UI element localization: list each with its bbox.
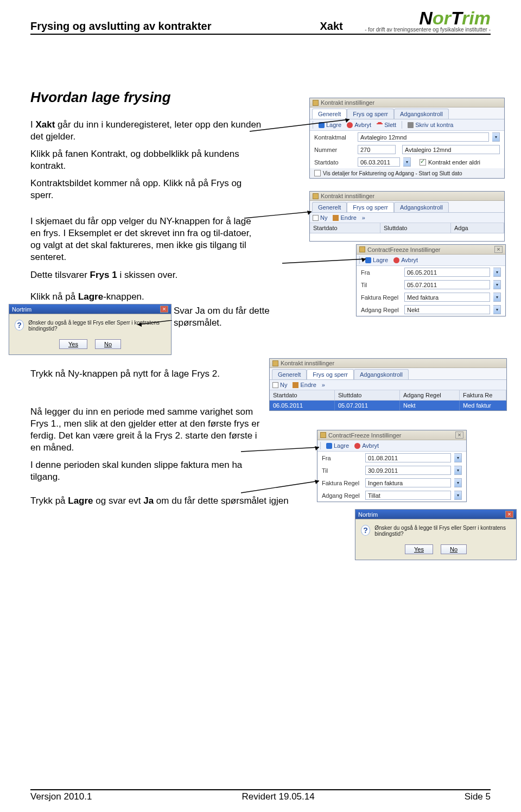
edit-icon [293,382,298,388]
dialog-message: Ønsker du også å legge til Frys eller Sp… [374,525,511,537]
window-title: ContractFreeze Innstillinger [328,432,402,439]
dropdown-icon[interactable]: ▾ [454,466,462,475]
save-button[interactable]: Lagre [326,442,349,449]
input-til[interactable]: 05.07.2011 [404,280,490,289]
cancel-button[interactable]: Avbryt [347,122,371,128]
close-button[interactable]: × [455,432,463,439]
dropdown-icon[interactable]: ▾ [492,132,500,142]
tab-frys-sperr[interactable]: Frys og sperr [307,369,354,379]
print-button[interactable]: Skriv ut kontra [408,122,453,128]
label-adgang-regel: Adgang Regel [322,492,362,499]
input-faktura-regel[interactable]: Ingen faktura [365,478,451,487]
new-icon [272,382,278,388]
save-button[interactable]: Lagre [365,257,388,263]
label-ender-aldri: Kontrakt ender aldri [428,159,480,166]
dropdown-icon[interactable]: ▾ [493,293,501,302]
col-adgang: Adga [451,223,504,233]
label-nummer: Nummer [314,147,354,153]
input-faktura-regel[interactable]: Med faktura [404,293,490,302]
label-faktura-regel: Faktura Regel [361,294,401,301]
window-title: Kontrakt innstillinger [321,193,374,199]
no-button[interactable]: No [441,544,467,554]
table-row[interactable]: 06.05.2011 05.07.2011 Nekt Med faktur [270,401,506,410]
page-footer: Versjon 2010.1 Revidert 19.05.14 Side 5 [30,789,491,802]
delete-icon [377,122,383,128]
dropdown-icon[interactable]: ▾ [493,280,501,289]
close-button[interactable]: × [505,511,513,518]
dropdown-icon[interactable]: ▾ [454,453,462,462]
window-title: ContractFreeze Innstillinger [367,246,441,253]
tab-adgangskontroll[interactable]: Adgangskontroll [394,202,449,212]
close-button[interactable]: × [160,306,168,313]
col-sluttdato: Sluttdato [380,223,451,233]
label-fra: Fra [322,455,362,461]
cancel-button[interactable]: Avbryt [393,257,418,263]
delete-button[interactable]: Slett [377,122,396,128]
header-title: Frysing og avslutting av kontrakter [30,20,211,33]
dropdown-icon[interactable]: ▾ [403,157,411,167]
tab-adgangskontroll[interactable]: Adgangskontroll [354,369,409,379]
checkbox-detaljer[interactable] [314,170,321,176]
cancel-button[interactable]: Avbryt [354,442,379,449]
input-adgang-regel[interactable]: Tillat [365,491,451,500]
new-button[interactable]: Ny [272,382,287,388]
input-til[interactable]: 30.09.2011 [365,466,451,475]
no-button[interactable]: No [95,339,121,349]
para-8b: I denne perioden skal kunden slippe fakt… [30,459,264,483]
svg-line-4 [282,259,366,263]
dialog-message: Ønsker du også å legge til Frys eller Sp… [28,320,166,332]
screenshot-frys-list: Kontrakt innstillinger Generelt Frys og … [309,191,505,242]
question-icon: ? [15,320,24,331]
dropdown-icon[interactable]: ▾ [493,305,501,314]
input-fra[interactable]: 01.08.2011 [365,453,451,462]
para-5: Dette tilsvarer Frys 1 i skissen over. [30,269,264,281]
tab-generelt[interactable]: Generelt [272,369,307,379]
save-button[interactable]: Lagre [319,122,341,128]
input-kontraktmal[interactable]: Avtalegiro 12mnd [358,132,489,142]
para-9: Trykk på Lagre og svar evt Ja om du får … [30,495,356,507]
tab-adgangskontroll[interactable]: Adgangskontroll [394,109,449,119]
para-8a: Nå legger du inn en periode med samme va… [30,406,264,454]
para-1: I Xakt går du inn i kunderegisteret, let… [30,119,264,143]
new-button[interactable]: Ny [313,214,327,221]
input-nummer-desc[interactable]: Avtalegiro 12mnd [402,145,500,154]
cancel-icon [354,443,360,449]
dropdown-icon[interactable]: ▾ [454,478,462,487]
col-startdato: Startdato [270,390,335,400]
window-icon [313,193,319,199]
input-fra[interactable]: 06.05.2011 [404,268,490,277]
edit-button[interactable]: Endre [333,214,356,221]
save-icon [365,257,371,263]
tab-generelt[interactable]: Generelt [312,202,347,212]
close-button[interactable]: × [494,246,503,253]
cancel-icon [393,257,399,263]
col-faktura-regel: Faktura Re [460,390,506,400]
label-kontraktmal: Kontraktmal [314,134,354,141]
yes-button[interactable]: Yes [405,544,433,554]
label-faktura-regel: Faktura Regel [322,480,362,486]
more-button[interactable]: » [322,382,325,388]
para-3: Kontraktsbildet kommer nå opp. Klikk nå … [30,177,264,201]
more-button[interactable]: » [362,214,365,221]
input-startdato[interactable]: 06.03.2011 [358,157,400,167]
label-startdato: Startdato [314,159,354,166]
tab-frys-sperr[interactable]: Frys og sperr [347,109,394,119]
footer-version: Versjon 2010.1 [30,791,92,802]
yes-button[interactable]: Yes [59,339,87,349]
window-icon [272,360,278,366]
para-2: Klikk på fanen Kontrakt, og dobbelklikk … [30,148,264,172]
logo: NorTrim - for drift av treningssentere o… [365,10,491,33]
edit-button[interactable]: Endre [293,382,316,388]
page-header: Frysing og avslutting av kontrakter Xakt… [30,10,491,35]
tab-generelt[interactable]: Generelt [312,109,347,119]
tabs: Generelt Frys og sperr Adgangskontroll [310,107,504,119]
dialog-title: Nortrim [358,511,378,518]
input-adgang-regel[interactable]: Nekt [404,305,490,314]
dropdown-icon[interactable]: ▾ [493,268,501,277]
header-app: Xakt [320,20,342,33]
label-adgang-regel: Adgang Regel [361,307,401,313]
dropdown-icon[interactable]: ▾ [454,491,462,500]
input-nummer[interactable]: 270 [358,145,396,154]
checkbox-ender-aldri[interactable] [420,159,426,166]
tab-frys-sperr[interactable]: Frys og sperr [347,202,394,212]
